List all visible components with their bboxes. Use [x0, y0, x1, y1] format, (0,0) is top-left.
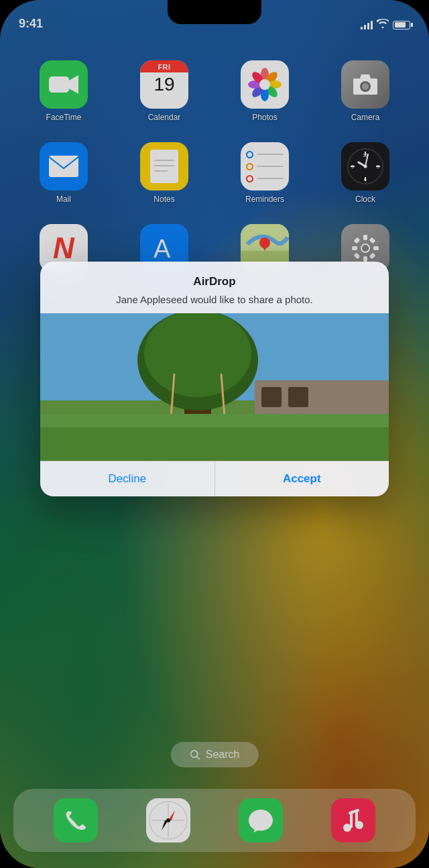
svg-rect-58 [288, 387, 308, 407]
decline-button[interactable]: Decline [40, 462, 215, 496]
modal-buttons: Decline Accept [40, 461, 389, 496]
phone-frame: 9:41 [0, 0, 429, 868]
modal-subtitle: Jane Appleseed would like to share a pho… [54, 292, 375, 307]
svg-point-52 [144, 313, 251, 397]
accept-button[interactable]: Accept [215, 462, 389, 496]
svg-rect-61 [40, 414, 389, 427]
modal-image [40, 313, 389, 461]
modal-header: AirDrop Jane Appleseed would like to sha… [40, 262, 389, 313]
modal-title: AirDrop [54, 275, 375, 288]
airdrop-modal: AirDrop Jane Appleseed would like to sha… [40, 262, 389, 496]
svg-rect-57 [261, 387, 282, 407]
